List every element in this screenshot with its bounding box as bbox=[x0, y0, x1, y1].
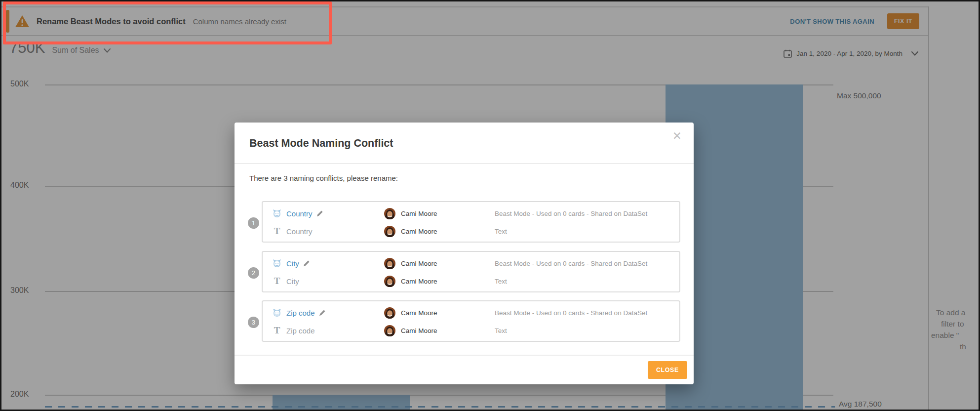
beast-mode-row: Zip code Cami Moore Beast Mode - Used on… bbox=[263, 305, 679, 320]
dataset-column-row: T Zip code Cami Moore Text bbox=[263, 323, 679, 338]
column-type-description: Text bbox=[495, 274, 507, 288]
dataset-column-row: T Country Cami Moore Text bbox=[263, 224, 679, 239]
column-type-description: Text bbox=[495, 323, 507, 338]
avatar bbox=[384, 206, 395, 221]
text-column-icon: T bbox=[271, 274, 283, 288]
conflict-card-city: City Cami Moore Beast Mode - Used on 0 c… bbox=[262, 251, 680, 292]
beast-mode-description: Beast Mode - Used on 0 cards - Shared on… bbox=[495, 206, 647, 221]
close-button[interactable]: CLOSE bbox=[648, 361, 687, 379]
text-column-icon: T bbox=[271, 323, 283, 338]
edit-pencil-icon[interactable] bbox=[318, 309, 326, 317]
avatar bbox=[384, 305, 395, 320]
app-window: Rename Beast Modes to avoid conflict Col… bbox=[0, 0, 980, 411]
owner-name: Cami Moore bbox=[401, 224, 437, 239]
text-column-icon: T bbox=[271, 224, 283, 239]
modal-header: Beast Mode Naming Conflict ✕ bbox=[235, 123, 694, 164]
conflict-number-badge: 2 bbox=[248, 267, 259, 279]
conflict-card-country: Country Cami Moore Beast Mode - Used on … bbox=[262, 201, 680, 243]
column-name: Country bbox=[286, 224, 313, 239]
owner-name: Cami Moore bbox=[401, 206, 437, 221]
modal-title: Beast Mode Naming Conflict bbox=[249, 137, 393, 150]
beast-mode-name-link[interactable]: City bbox=[286, 256, 310, 271]
beast-mode-row: Country Cami Moore Beast Mode - Used on … bbox=[263, 206, 679, 221]
avatar bbox=[384, 256, 395, 271]
beast-mode-description: Beast Mode - Used on 0 cards - Shared on… bbox=[495, 256, 647, 271]
beast-mode-description: Beast Mode - Used on 0 cards - Shared on… bbox=[495, 305, 647, 320]
beast-mode-name-link[interactable]: Zip code bbox=[286, 305, 326, 320]
column-type-description: Text bbox=[495, 224, 507, 239]
modal-footer: CLOSE bbox=[235, 355, 694, 384]
edit-pencil-icon[interactable] bbox=[303, 260, 310, 267]
column-name: City bbox=[286, 274, 299, 288]
owner-name: Cami Moore bbox=[401, 305, 437, 320]
beast-mode-conflict-modal: Beast Mode Naming Conflict ✕ There are 3… bbox=[235, 123, 694, 384]
dataset-column-row: T City Cami Moore Text bbox=[263, 274, 679, 288]
avatar bbox=[384, 274, 395, 288]
conflict-number-badge: 3 bbox=[248, 317, 259, 328]
avatar bbox=[384, 323, 395, 338]
owner-name: Cami Moore bbox=[401, 274, 437, 288]
beast-mode-name-link[interactable]: Country bbox=[286, 206, 323, 221]
column-name: Zip code bbox=[286, 323, 315, 338]
beast-mode-icon bbox=[271, 305, 283, 320]
beast-mode-icon bbox=[271, 206, 283, 221]
beast-mode-row: City Cami Moore Beast Mode - Used on 0 c… bbox=[263, 256, 679, 271]
modal-subtitle: There are 3 naming conflicts, please ren… bbox=[249, 174, 398, 182]
owner-name: Cami Moore bbox=[401, 323, 437, 338]
conflict-card-zip-code: Zip code Cami Moore Beast Mode - Used on… bbox=[262, 300, 680, 342]
beast-mode-icon bbox=[271, 256, 283, 271]
edit-pencil-icon[interactable] bbox=[316, 210, 323, 217]
owner-name: Cami Moore bbox=[401, 256, 437, 271]
close-icon[interactable]: ✕ bbox=[670, 128, 684, 144]
conflict-number-badge: 1 bbox=[248, 217, 259, 229]
avatar bbox=[384, 224, 395, 239]
